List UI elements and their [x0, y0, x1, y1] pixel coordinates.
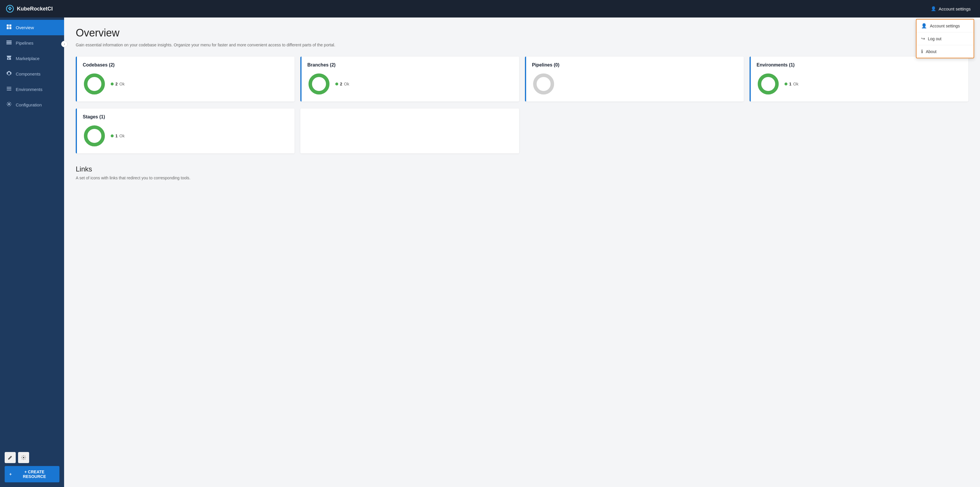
stages-card: Stages (1) 1 Ok — [76, 109, 294, 153]
header-logo: KubeRocketCI — [6, 5, 927, 13]
svg-rect-2 — [7, 24, 9, 27]
empty-card-placeholder — [300, 109, 519, 153]
create-resource-plus-icon: + — [10, 472, 12, 476]
branches-ok-count: 2 — [340, 81, 342, 86]
header-actions: 👤 Account settings 👤 Account settings ↪ … — [927, 4, 974, 13]
sidebar-item-components-label: Components — [16, 72, 40, 77]
environments-card-title: Environments (1) — [757, 62, 963, 68]
links-description: A set of icons with links that redirect … — [76, 176, 968, 180]
codebases-ok-stat: 2 Ok — [111, 81, 125, 86]
stages-donut — [83, 124, 106, 148]
environments-card: Environments (1) 1 Ok — [749, 57, 968, 102]
settings-tool-button[interactable] — [18, 452, 29, 463]
pipelines-card: Pipelines (0) — [525, 57, 744, 102]
svg-point-14 — [8, 103, 10, 105]
svg-rect-12 — [7, 88, 11, 89]
sidebar-item-environments[interactable]: Environments — [0, 81, 64, 97]
environments-icon — [6, 86, 12, 93]
sidebar-item-marketplace-label: Marketplace — [16, 56, 40, 61]
cards-grid-row2: Stages (1) 1 Ok — [76, 109, 968, 153]
codebases-ok-count: 2 — [115, 81, 118, 86]
sidebar-collapse-button[interactable]: ‹ — [61, 41, 68, 47]
pipelines-icon — [6, 39, 12, 47]
app-title: KubeRocketCI — [17, 6, 53, 12]
svg-point-1 — [9, 8, 11, 10]
environments-stats: 1 Ok — [784, 81, 799, 86]
stages-ok-stat: 1 Ok — [111, 134, 125, 138]
svg-rect-13 — [7, 90, 11, 90]
branches-card-content: 2 Ok — [307, 72, 513, 96]
branches-ok-stat: 2 Ok — [335, 81, 349, 86]
account-icon: 👤 — [931, 6, 936, 11]
edit-tool-button[interactable] — [5, 452, 16, 463]
pipelines-card-content — [532, 72, 738, 96]
sidebar-bottom: + + CREATE RESOURCE — [0, 447, 64, 487]
account-settings-button[interactable]: 👤 Account settings — [927, 4, 974, 13]
branches-ok-dot — [335, 83, 338, 85]
cards-grid-row1: Codebases (2) 2 Ok — [76, 57, 968, 102]
codebases-card: Codebases (2) 2 Ok — [76, 57, 294, 102]
environments-ok-dot — [784, 83, 788, 85]
configuration-icon — [6, 101, 12, 109]
dropdown-item-log-out[interactable]: ↪ Log out — [916, 32, 974, 45]
sidebar-item-configuration[interactable]: Configuration — [0, 97, 64, 113]
svg-point-19 — [310, 75, 328, 93]
pipelines-donut — [532, 72, 555, 96]
links-section: Links A set of icons with links that red… — [76, 165, 968, 180]
sidebar-item-environments-label: Environments — [16, 87, 43, 92]
codebases-donut — [83, 72, 106, 96]
sidebar-item-overview[interactable]: Overview — [0, 20, 64, 35]
dropdown-item-account-settings[interactable]: 👤 Account settings — [916, 19, 974, 32]
codebases-card-title: Codebases (2) — [83, 62, 289, 68]
sidebar-nav: Overview Pipelines Marke — [0, 18, 64, 447]
svg-rect-3 — [10, 24, 11, 27]
svg-rect-5 — [10, 27, 11, 29]
stages-ok-dot — [111, 134, 114, 137]
svg-point-15 — [23, 457, 24, 458]
main-content: Overview Gain essential information on y… — [64, 18, 980, 487]
svg-point-22 — [759, 75, 777, 93]
sidebar: ‹ Overview — [0, 18, 64, 487]
account-settings-icon: 👤 — [921, 23, 927, 29]
sidebar-item-marketplace[interactable]: Marketplace — [0, 51, 64, 66]
account-dropdown-menu: 👤 Account settings ↪ Log out ℹ About — [916, 19, 974, 58]
dropdown-item-about[interactable]: ℹ About — [916, 45, 974, 58]
stages-card-content: 1 Ok — [83, 124, 289, 148]
header: KubeRocketCI 👤 Account settings 👤 Accoun… — [0, 0, 980, 18]
branches-donut — [307, 72, 331, 96]
codebases-ok-dot — [111, 83, 114, 85]
sidebar-item-pipelines[interactable]: Pipelines — [0, 35, 64, 51]
sidebar-tools — [5, 452, 59, 463]
about-icon: ℹ — [921, 49, 923, 54]
links-title: Links — [76, 165, 968, 173]
stages-card-title: Stages (1) — [83, 114, 289, 120]
branches-card: Branches (2) 2 Ok — [300, 57, 519, 102]
page-description: Gain essential information on your codeb… — [76, 43, 968, 47]
logo-icon — [6, 5, 14, 13]
svg-point-24 — [86, 127, 103, 145]
svg-rect-8 — [6, 43, 12, 44]
environments-ok-count: 1 — [789, 81, 792, 86]
stages-stats: 1 Ok — [111, 134, 125, 138]
marketplace-icon — [6, 55, 12, 62]
svg-rect-6 — [6, 40, 12, 42]
svg-rect-7 — [6, 42, 12, 43]
pipelines-card-title: Pipelines (0) — [532, 62, 738, 68]
create-resource-button[interactable]: + + CREATE RESOURCE — [5, 466, 59, 482]
sidebar-item-configuration-label: Configuration — [16, 102, 42, 107]
codebases-stats: 2 Ok — [111, 81, 125, 86]
environments-card-content: 1 Ok — [757, 72, 963, 96]
app-body: ‹ Overview — [0, 18, 980, 487]
environments-ok-stat: 1 Ok — [784, 81, 799, 86]
branches-stats: 2 Ok — [335, 81, 349, 86]
overview-icon — [6, 24, 12, 31]
sidebar-item-components[interactable]: Components — [0, 66, 64, 81]
page-title: Overview — [76, 27, 968, 39]
branches-card-title: Branches (2) — [307, 62, 513, 68]
stages-ok-count: 1 — [115, 134, 118, 138]
svg-point-17 — [86, 75, 103, 93]
codebases-card-content: 2 Ok — [83, 72, 289, 96]
sidebar-item-pipelines-label: Pipelines — [16, 40, 33, 45]
environments-donut — [757, 72, 780, 96]
svg-rect-11 — [7, 87, 11, 88]
